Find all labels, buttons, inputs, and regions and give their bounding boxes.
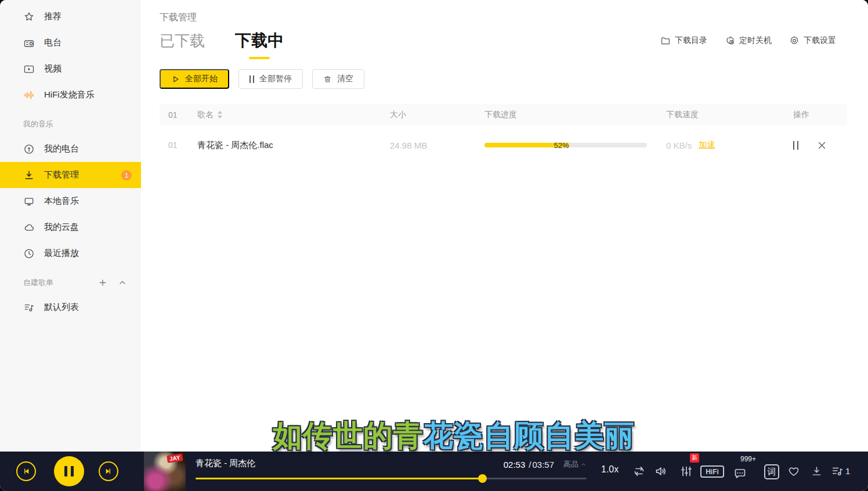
quality-selector[interactable]: 高品 xyxy=(563,459,586,470)
tab-downloaded[interactable]: 已下载 xyxy=(160,31,205,51)
radio-icon xyxy=(23,37,35,49)
row-speed-cell: 0 KB/s 加速 xyxy=(666,140,793,150)
monitor-icon xyxy=(23,196,35,207)
sidebar-section-playlists: 自建歌单 xyxy=(0,271,141,294)
sidebar-item-label: 默认列表 xyxy=(44,302,79,313)
comment-count[interactable]: 999+ xyxy=(740,455,756,463)
start-all-button[interactable]: 全部开始 xyxy=(160,69,229,89)
page-title: 下载管理 xyxy=(160,12,868,24)
sidebar-item-label: 下载管理 xyxy=(44,169,79,180)
button-label: 全部暂停 xyxy=(259,74,292,84)
cloud-icon xyxy=(23,222,35,233)
comments-icon[interactable] xyxy=(732,467,748,481)
sidebar-item-label: 我的电台 xyxy=(44,143,79,154)
table-header: 01 歌名 大小 下载进度 下载速度 操作 xyxy=(160,104,847,125)
button-label: 清空 xyxy=(337,74,353,84)
row-speed: 0 KB/s xyxy=(666,140,692,150)
tool-label: 下载设置 xyxy=(804,35,836,46)
hifi-wave-icon xyxy=(23,89,35,101)
settings-icon xyxy=(789,35,800,46)
row-actions xyxy=(793,140,847,150)
tabs-row: 已下载 下载中 下载目录 定时关机 下载设置 xyxy=(160,30,836,52)
sidebar-item-recommend[interactable]: 推荐 xyxy=(0,3,141,30)
lyrics-unsung: 花瓷自顾自美丽 xyxy=(424,419,635,452)
sidebar-item-recent-play[interactable]: 最近播放 xyxy=(0,240,141,266)
clock-icon xyxy=(23,248,35,259)
download-progress-label: 52% xyxy=(554,141,569,150)
album-art[interactable]: JAY xyxy=(144,452,186,491)
header-speed: 下载速度 xyxy=(666,110,793,120)
sidebar-item-label: 推荐 xyxy=(44,11,62,22)
download-manager-page: 下载管理 已下载 下载中 下载目录 定时关机 下载设置 xyxy=(141,0,868,452)
table-row[interactable]: 01 青花瓷 - 周杰伦.flac 24.98 MB 52% 0 KB/s 加速 xyxy=(160,125,847,165)
desktop-lyrics: 如传世的青花瓷自顾自美丽 xyxy=(273,416,635,456)
sidebar-item-label: HiFi发烧音乐 xyxy=(44,89,95,100)
sidebar: 推荐 电台 视频 HiFi发烧音乐 我的音乐 我的电 xyxy=(0,0,141,452)
app-window: 推荐 电台 视频 HiFi发烧音乐 我的音乐 我的电 xyxy=(0,0,868,491)
section-label-text: 我的音乐 xyxy=(23,119,53,129)
hifi-mode-button[interactable]: HiFi xyxy=(700,465,724,478)
download-table: 01 歌名 大小 下载进度 下载速度 操作 01 青花瓷 - 周杰伦.flac … xyxy=(160,104,847,165)
now-playing-title: 青花瓷 - 周杰伦 xyxy=(196,458,255,469)
boost-link[interactable]: 加速 xyxy=(699,140,715,150)
pause-icon xyxy=(64,466,74,476)
download-tools: 下载目录 定时关机 下载设置 xyxy=(660,35,836,46)
folder-icon xyxy=(660,35,671,46)
row-song-name: 青花瓷 - 周杰伦.flac xyxy=(197,140,390,151)
section-label-text: 自建歌单 xyxy=(23,277,53,288)
star-icon xyxy=(23,11,35,23)
download-song-icon[interactable] xyxy=(811,465,823,478)
time-display: 02:53 / 03:57 高品 xyxy=(493,459,586,470)
download-progress-bar: 52% xyxy=(484,143,647,147)
sidebar-item-cloud-disk[interactable]: 我的云盘 xyxy=(0,214,141,240)
tab-downloading[interactable]: 下载中 xyxy=(235,30,284,52)
player-bar: JAY 青花瓷 - 周杰伦 02:53 / 03:57 高品 1.0x 新 Hi xyxy=(0,452,868,491)
sidebar-item-video[interactable]: 视频 xyxy=(0,56,141,82)
album-badge: JAY xyxy=(167,453,183,463)
sidebar-item-download-manager[interactable]: 下载管理 1 xyxy=(0,162,141,188)
download-directory-button[interactable]: 下载目录 xyxy=(660,35,707,46)
next-track-button[interactable] xyxy=(99,461,118,481)
header-name-label: 歌名 xyxy=(197,110,214,119)
playback-speed-button[interactable]: 1.0x xyxy=(601,464,619,475)
sidebar-item-my-radio[interactable]: 我的电台 xyxy=(0,136,141,162)
tool-label: 下载目录 xyxy=(675,35,707,46)
header-index: 01 xyxy=(160,110,197,120)
header-actions: 操作 xyxy=(793,110,847,120)
sidebar-item-label: 视频 xyxy=(44,63,62,74)
timed-shutdown-button[interactable]: 定时关机 xyxy=(725,35,772,46)
sidebar-item-hifi[interactable]: HiFi发烧音乐 xyxy=(0,82,141,108)
player-progress-bar[interactable] xyxy=(196,478,587,479)
pause-all-button[interactable]: 全部暂停 xyxy=(238,69,303,89)
previous-icon xyxy=(21,467,31,476)
chevron-up-icon xyxy=(581,462,586,467)
sidebar-item-label: 我的云盘 xyxy=(44,222,79,233)
clear-button[interactable]: 清空 xyxy=(312,69,364,89)
time-separator: / xyxy=(529,460,531,470)
sidebar-section-my-music: 我的音乐 xyxy=(0,113,141,136)
sort-icon[interactable] xyxy=(218,111,222,118)
quality-label: 高品 xyxy=(563,459,578,470)
repeat-mode-icon[interactable] xyxy=(632,464,646,478)
play-queue-icon[interactable] xyxy=(830,465,844,478)
volume-icon[interactable] xyxy=(653,464,668,478)
lyrics-toggle-button[interactable]: 词 xyxy=(764,464,779,479)
equalizer-icon[interactable] xyxy=(679,464,693,478)
sidebar-item-default-playlist[interactable]: 默认列表 xyxy=(0,294,141,320)
collapse-playlists-icon[interactable] xyxy=(118,278,127,287)
header-name[interactable]: 歌名 xyxy=(197,110,390,120)
row-close-icon[interactable] xyxy=(817,140,827,150)
sidebar-item-radio[interactable]: 电台 xyxy=(0,30,141,56)
sidebar-item-local-music[interactable]: 本地音乐 xyxy=(0,188,141,214)
row-pause-icon[interactable] xyxy=(793,141,798,150)
sidebar-item-label: 最近播放 xyxy=(44,248,79,259)
player-progress-fill xyxy=(196,478,482,479)
player-progress-knob[interactable] xyxy=(478,474,487,483)
previous-track-button[interactable] xyxy=(16,461,36,481)
add-playlist-icon[interactable] xyxy=(98,278,107,287)
queue-count: 1 xyxy=(845,466,850,476)
total-time: 03:57 xyxy=(532,460,554,470)
pause-playback-button[interactable] xyxy=(54,456,84,486)
download-settings-button[interactable]: 下载设置 xyxy=(789,35,836,46)
favorite-icon[interactable] xyxy=(787,465,801,478)
